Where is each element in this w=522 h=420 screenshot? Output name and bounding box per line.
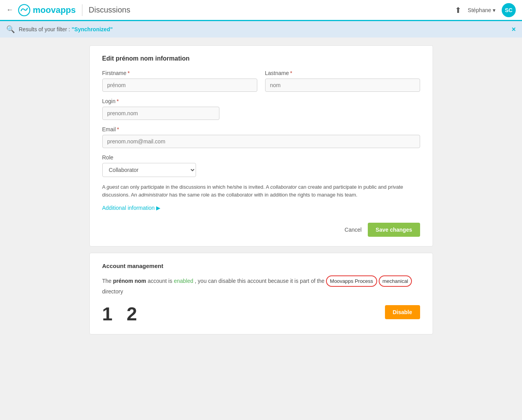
additional-info-arrow: ▶	[156, 205, 160, 211]
role-group: Role Collaborator Guest Administrator	[102, 154, 420, 177]
role-select[interactable]: Collaborator Guest Administrator	[102, 163, 196, 177]
additional-info-link[interactable]: Additional information ▶	[102, 205, 161, 211]
header-divider	[82, 4, 82, 16]
role-row: Role Collaborator Guest Administrator	[102, 154, 420, 177]
cancel-button[interactable]: Cancel	[345, 227, 362, 233]
lastname-group: Lastname*	[265, 70, 420, 92]
avatar[interactable]: SC	[502, 3, 516, 17]
main-content: Edit prénom nom information Firstname* L…	[82, 38, 441, 349]
text-before-name: The	[102, 278, 112, 284]
account-numbers: 1 2	[102, 303, 137, 325]
login-row: Login*	[102, 98, 420, 120]
account-name: prénom nom	[113, 278, 146, 284]
number-1: 1	[102, 303, 113, 325]
save-button[interactable]: Save changes	[368, 223, 420, 237]
page-title: Discussions	[89, 5, 130, 14]
name-row: Firstname* Lastname*	[102, 70, 420, 92]
app-header: ← moovapps Discussions ⬆ Stéphane ▾ SC	[0, 0, 522, 21]
dropdown-icon: ▾	[493, 7, 495, 13]
firstname-group: Firstname*	[102, 70, 257, 92]
account-management-title: Account management	[102, 263, 420, 269]
logo-text: moovapps	[33, 5, 76, 15]
email-group: Email*	[102, 126, 420, 148]
user-menu[interactable]: Stéphane ▾	[468, 7, 495, 13]
user-name: Stéphane	[468, 7, 491, 13]
edit-form-card: Edit prénom nom information Firstname* L…	[89, 45, 433, 247]
header-right: ⬆ Stéphane ▾ SC	[455, 3, 516, 17]
filter-label: Results of your filter :	[19, 26, 70, 32]
lastname-required: *	[290, 70, 292, 76]
login-group: Login*	[102, 98, 219, 120]
firstname-input[interactable]	[102, 79, 257, 92]
role-description: A guest can only participate in the disc…	[102, 183, 420, 198]
email-row: Email*	[102, 126, 420, 148]
upload-icon[interactable]: ⬆	[455, 5, 461, 15]
email-input[interactable]	[102, 135, 420, 148]
text-after-name: account is	[148, 278, 174, 284]
tag-mechanical[interactable]: mechanical	[379, 275, 412, 287]
role-label: Role	[102, 154, 420, 161]
account-management-card: Account management The prénom nom accoun…	[89, 253, 433, 334]
account-text: The prénom nom account is enabled , you …	[102, 275, 420, 297]
tag-moovapps[interactable]: Moovapps Process	[326, 275, 377, 287]
lastname-label: Lastname*	[265, 70, 420, 76]
filter-bar: 🔍 Results of your filter : "Synchronized…	[0, 21, 522, 38]
number-2: 2	[126, 303, 137, 325]
edit-form-title: Edit prénom nom information	[102, 55, 420, 62]
account-status: enabled	[174, 278, 193, 284]
additional-info-label: Additional information	[102, 205, 155, 211]
logo-icon	[18, 4, 30, 16]
account-bottom-row: 1 2 Disable	[102, 300, 420, 325]
form-actions: Cancel Save changes	[102, 223, 420, 237]
text-end: directory	[102, 288, 123, 295]
login-required: *	[117, 98, 119, 104]
lastname-input[interactable]	[265, 79, 420, 92]
firstname-required: *	[128, 70, 130, 76]
email-label: Email*	[102, 126, 420, 132]
close-filter-button[interactable]: ×	[511, 25, 516, 34]
email-required: *	[117, 126, 119, 132]
logo: moovapps	[18, 4, 76, 16]
filter-value: "Synchronized"	[72, 26, 113, 32]
disable-button[interactable]: Disable	[385, 305, 420, 319]
login-label: Login*	[102, 98, 219, 104]
back-button[interactable]: ←	[6, 6, 13, 14]
firstname-label: Firstname*	[102, 70, 257, 76]
search-icon: 🔍	[6, 25, 15, 34]
login-input[interactable]	[102, 107, 219, 120]
text-middle: , you can disable this account because i…	[195, 278, 324, 284]
